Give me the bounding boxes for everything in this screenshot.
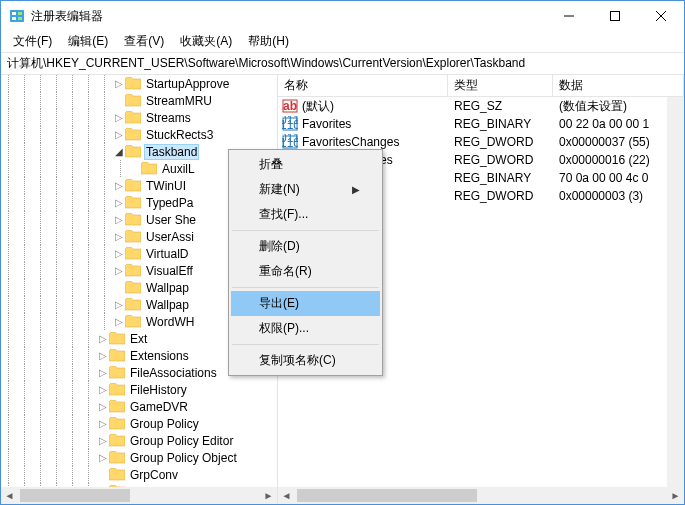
tree-node-label: Wallpap [144, 281, 191, 295]
collapsed-icon[interactable]: ▷ [97, 401, 109, 412]
col-name[interactable]: 名称 [278, 75, 448, 96]
collapsed-icon[interactable]: ▷ [97, 452, 109, 463]
minimize-button[interactable] [546, 1, 592, 31]
tree-node-label: StuckRects3 [144, 128, 215, 142]
ctx-new[interactable]: 新建(N)▶ [231, 177, 380, 202]
menu-help[interactable]: 帮助(H) [240, 31, 297, 52]
tree-node[interactable]: StreamMRU [1, 92, 277, 109]
folder-icon [109, 434, 125, 447]
collapsed-icon[interactable]: ▷ [113, 112, 125, 123]
scroll-right-button[interactable]: ► [260, 487, 277, 504]
collapsed-icon[interactable]: ▷ [113, 214, 125, 225]
svg-rect-6 [611, 12, 620, 21]
value-data: 00 22 0a 00 00 1 [553, 117, 684, 131]
tree-node[interactable]: ▷FileHistory [1, 381, 277, 398]
string-value-icon: ab [282, 98, 298, 114]
value-data: (数值未设置) [553, 98, 684, 115]
svg-rect-3 [18, 12, 22, 15]
menu-favorites[interactable]: 收藏夹(A) [172, 31, 240, 52]
address-text: 计算机\HKEY_CURRENT_USER\Software\Microsoft… [7, 55, 525, 72]
ctx-export[interactable]: 导出(E) [231, 291, 380, 316]
tree-node[interactable]: ▷StartupApprove [1, 75, 277, 92]
folder-icon [109, 417, 125, 430]
scroll-left-button[interactable]: ◄ [1, 487, 18, 504]
tree-node-label: Group Policy [128, 417, 201, 431]
col-type[interactable]: 类型 [448, 75, 553, 96]
list-scrollbar-h[interactable]: ◄ ► [278, 487, 684, 504]
folder-icon [125, 94, 141, 107]
list-header: 名称 类型 数据 [278, 75, 684, 97]
collapsed-icon[interactable]: ▷ [97, 384, 109, 395]
ctx-delete[interactable]: 删除(D) [231, 234, 380, 259]
list-scrollbar-v[interactable] [667, 97, 684, 487]
tree-scrollbar-h[interactable]: ◄ ► [1, 487, 277, 504]
menu-view[interactable]: 查看(V) [116, 31, 172, 52]
collapsed-icon[interactable]: ▷ [97, 350, 109, 361]
value-data: 0x00000037 (55) [553, 135, 684, 149]
folder-icon [125, 128, 141, 141]
folder-icon [125, 315, 141, 328]
menu-edit[interactable]: 编辑(E) [60, 31, 116, 52]
collapsed-icon[interactable]: ▷ [113, 248, 125, 259]
collapsed-icon[interactable]: ▷ [113, 180, 125, 191]
tree-node[interactable]: ▷Group Policy Object [1, 449, 277, 466]
svg-rect-2 [12, 17, 16, 20]
tree-context-menu: 折叠 新建(N)▶ 查找(F)... 删除(D) 重命名(R) 导出(E) 权限… [228, 149, 383, 376]
tree-node[interactable]: ▷Streams [1, 109, 277, 126]
scroll-thumb[interactable] [20, 489, 130, 502]
collapsed-icon[interactable]: ▷ [97, 333, 109, 344]
collapsed-icon[interactable]: ▷ [113, 197, 125, 208]
tree-node[interactable]: ▷StuckRects3 [1, 126, 277, 143]
ctx-copy-key-name[interactable]: 复制项名称(C) [231, 348, 380, 373]
tree-node[interactable]: ▷GameDVR [1, 398, 277, 415]
titlebar[interactable]: 注册表编辑器 [1, 1, 684, 31]
tree-node-label: UserAssi [144, 230, 196, 244]
tree-node-label: StartupApprove [144, 77, 231, 91]
tree-node-label: GrpConv [128, 468, 180, 482]
folder-icon [125, 179, 141, 192]
expanded-icon[interactable]: ◢ [113, 146, 125, 157]
folder-icon [109, 468, 125, 481]
folder-icon [125, 264, 141, 277]
folder-icon [125, 281, 141, 294]
collapsed-icon[interactable]: ▷ [97, 418, 109, 429]
tree-node[interactable]: ▷Group Policy [1, 415, 277, 432]
scroll-track[interactable] [295, 487, 667, 504]
binary-value-icon: 011110 [282, 134, 298, 150]
collapsed-icon[interactable]: ▷ [113, 231, 125, 242]
tree-node-label: FileAssociations [128, 366, 219, 380]
scroll-left-button[interactable]: ◄ [278, 487, 295, 504]
collapsed-icon[interactable]: ▷ [97, 367, 109, 378]
tree-node[interactable]: ▷Group Policy Editor [1, 432, 277, 449]
maximize-button[interactable] [592, 1, 638, 31]
close-button[interactable] [638, 1, 684, 31]
collapsed-icon[interactable]: ▷ [97, 435, 109, 446]
value-row[interactable]: 011110FavoritesREG_BINARY00 22 0a 00 00 … [278, 115, 684, 133]
folder-icon [109, 366, 125, 379]
value-row[interactable]: ab(默认)REG_SZ(数值未设置) [278, 97, 684, 115]
collapsed-icon[interactable]: ▷ [113, 316, 125, 327]
svg-rect-1 [12, 12, 16, 15]
tree-node-label: WordWH [144, 315, 196, 329]
collapsed-icon[interactable]: ▷ [113, 299, 125, 310]
tree-node-label: GameDVR [128, 400, 190, 414]
collapsed-icon[interactable]: ▷ [113, 265, 125, 276]
scroll-thumb[interactable] [297, 489, 477, 502]
address-bar[interactable]: 计算机\HKEY_CURRENT_USER\Software\Microsoft… [1, 53, 684, 75]
ctx-permissions[interactable]: 权限(P)... [231, 316, 380, 341]
scroll-right-button[interactable]: ► [667, 487, 684, 504]
folder-icon [125, 145, 141, 158]
tree-node-label: StreamMRU [144, 94, 214, 108]
menu-file[interactable]: 文件(F) [5, 31, 60, 52]
folder-icon [125, 247, 141, 260]
menubar: 文件(F) 编辑(E) 查看(V) 收藏夹(A) 帮助(H) [1, 31, 684, 53]
tree-node[interactable]: GrpConv [1, 466, 277, 483]
ctx-find[interactable]: 查找(F)... [231, 202, 380, 227]
collapsed-icon[interactable]: ▷ [113, 78, 125, 89]
collapsed-icon[interactable]: ▷ [113, 129, 125, 140]
col-data[interactable]: 数据 [553, 75, 684, 96]
value-type: REG_SZ [448, 99, 553, 113]
ctx-collapse[interactable]: 折叠 [231, 152, 380, 177]
scroll-track[interactable] [18, 487, 260, 504]
ctx-rename[interactable]: 重命名(R) [231, 259, 380, 284]
